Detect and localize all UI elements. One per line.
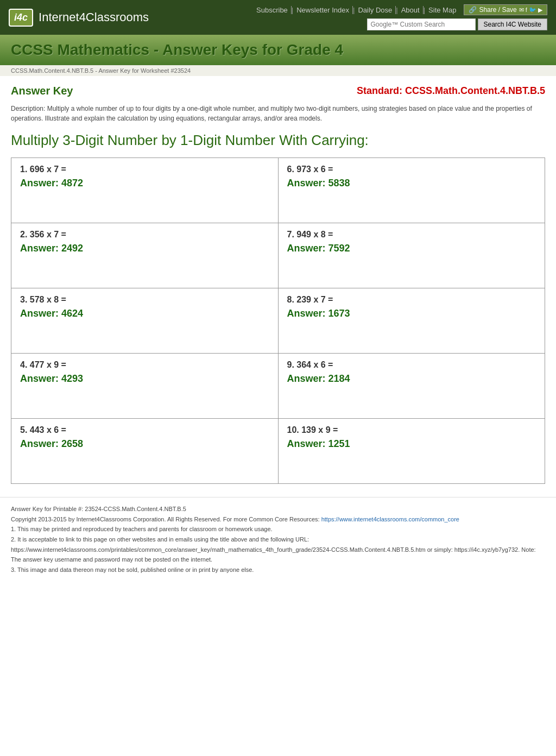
problem-answer: Answer: 2184 [287,373,536,385]
problem-answer: Answer: 4872 [20,178,269,189]
problem-cell-right: 8. 239 x 7 =Answer: 1673 [278,288,545,354]
problem-answer: Answer: 7592 [287,243,536,254]
nav-newsletter[interactable]: Newsletter Index [293,6,353,14]
problems-body: 1. 696 x 7 =Answer: 48726. 973 x 6 =Answ… [11,158,545,484]
problem-row: 4. 477 x 9 =Answer: 42939. 364 x 6 =Answ… [11,354,545,419]
nav-daily-dose[interactable]: Daily Dose [355,6,396,14]
problem-answer: Answer: 1673 [287,308,536,319]
worksheet-title: Multiply 3-Digit Number by 1-Digit Numbe… [11,132,545,149]
problem-cell-right: 10. 139 x 9 =Answer: 1251 [278,419,545,484]
share-icons: ✉ f 🐦 ▶ [519,7,542,14]
problem-cell-right: 9. 364 x 6 =Answer: 2184 [278,354,545,419]
site-header: i4c Internet4Classrooms Subscribe | News… [0,0,556,35]
problem-cell-left: 1. 696 x 7 =Answer: 4872 [11,158,279,223]
problem-question: 1. 696 x 7 = [20,165,269,174]
footer-line2: Copyright 2013-2015 by Internet4Classroo… [11,514,545,525]
problem-question: 5. 443 x 6 = [20,425,269,435]
nav-links: Subscribe | Newsletter Index | Daily Dos… [253,6,459,14]
footer-url[interactable]: https://www.internet4classrooms.com/comm… [321,516,459,522]
main-content: Answer Key Standard: CCSS.Math.Content.4… [0,76,556,493]
standard-title: Standard: CCSS.Math.Content.4.NBT.B.5 [357,85,545,97]
nav-area: Subscribe | Newsletter Index | Daily Dos… [253,4,547,30]
problem-question: 8. 239 x 7 = [287,295,536,305]
problem-row: 3. 578 x 8 =Answer: 46248. 239 x 7 =Answ… [11,288,545,354]
nav-subscribe[interactable]: Subscribe [253,6,292,14]
problem-question: 6. 973 x 6 = [287,165,536,174]
problem-row: 2. 356 x 7 =Answer: 24927. 949 x 8 =Answ… [11,223,545,288]
problem-answer: Answer: 4624 [20,308,269,319]
problem-answer: Answer: 1251 [287,438,536,450]
footer-url-long: https://www.internet4classrooms.com/prin… [11,545,545,565]
problem-row: 5. 443 x 6 =Answer: 265810. 139 x 9 =Ans… [11,419,545,484]
problem-answer: Answer: 2492 [20,243,269,254]
problem-question: 10. 139 x 9 = [287,425,536,435]
page-title: CCSS Mathematics - Answer Keys for Grade… [11,41,545,59]
problems-table: 1. 696 x 7 =Answer: 48726. 973 x 6 =Answ… [11,158,545,484]
page-banner: CCSS Mathematics - Answer Keys for Grade… [0,35,556,65]
problem-cell-right: 7. 949 x 8 =Answer: 7592 [278,223,545,288]
breadcrumb: CCSS.Math.Content.4.NBT.B.5 - Answer Key… [0,65,556,76]
footer: Answer Key for Printable #: 23524-CCSS.M… [0,497,556,582]
footer-note3: 3. This image and data thereon may not b… [11,565,545,575]
problem-cell-left: 3. 578 x 8 =Answer: 4624 [11,288,279,354]
answer-key-title: Answer Key [11,85,73,97]
problem-answer: Answer: 4293 [20,373,269,385]
problem-answer: Answer: 5838 [287,178,536,189]
footer-line1: Answer Key for Printable #: 23524-CCSS.M… [11,504,545,514]
problem-question: 3. 578 x 8 = [20,295,269,305]
problem-row: 1. 696 x 7 =Answer: 48726. 973 x 6 =Answ… [11,158,545,223]
logo-area: i4c Internet4Classrooms [9,9,149,27]
logo-text[interactable]: Internet4Classrooms [39,10,149,24]
problem-answer: Answer: 2658 [20,438,269,450]
problem-cell-left: 5. 443 x 6 =Answer: 2658 [11,419,279,484]
search-button[interactable]: Search I4C Website [478,18,548,30]
share-icon: 🔗 [469,6,477,14]
share-save-button[interactable]: 🔗 Share / Save ✉ f 🐦 ▶ [464,4,547,15]
problem-cell-right: 6. 973 x 6 =Answer: 5838 [278,158,545,223]
problem-question: 4. 477 x 9 = [20,360,269,370]
search-input[interactable] [367,18,476,30]
description-text: Description: Multiply a whole number of … [11,104,545,123]
problem-cell-left: 4. 477 x 9 =Answer: 4293 [11,354,279,419]
nav-about[interactable]: About [398,6,424,14]
problem-question: 7. 949 x 8 = [287,230,536,240]
logo-abbr[interactable]: i4c [9,9,33,27]
problem-cell-left: 2. 356 x 7 =Answer: 2492 [11,223,279,288]
nav-sitemap[interactable]: Site Map [425,6,459,14]
problem-question: 9. 364 x 6 = [287,360,536,370]
answer-key-header: Answer Key Standard: CCSS.Math.Content.4… [11,85,545,97]
footer-note1: 1. This may be printed and reproduced by… [11,524,545,534]
footer-note2: 2. It is acceptable to link to this page… [11,534,545,545]
problem-question: 2. 356 x 7 = [20,230,269,240]
search-area: Search I4C Website [367,18,548,30]
